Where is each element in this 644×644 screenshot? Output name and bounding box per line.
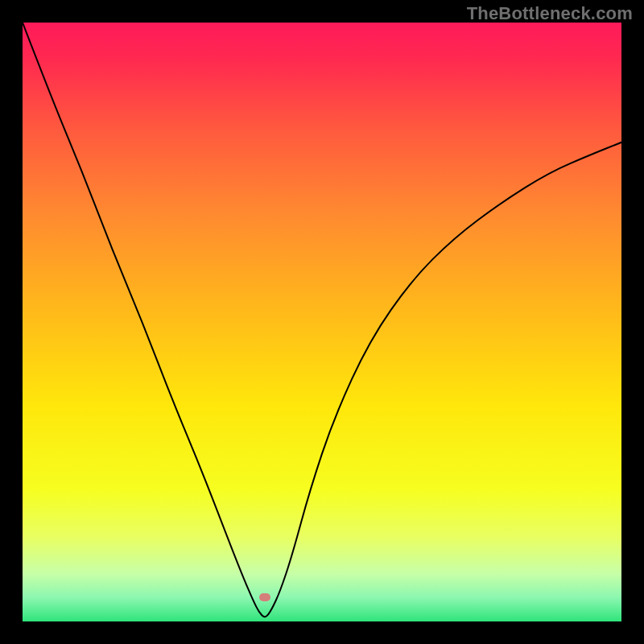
- bottleneck-curve: [23, 23, 621, 621]
- chart-frame: TheBottleneck.com: [0, 0, 644, 644]
- minimum-marker: [259, 593, 270, 601]
- plot-area: [23, 23, 621, 621]
- watermark-text: TheBottleneck.com: [467, 3, 633, 24]
